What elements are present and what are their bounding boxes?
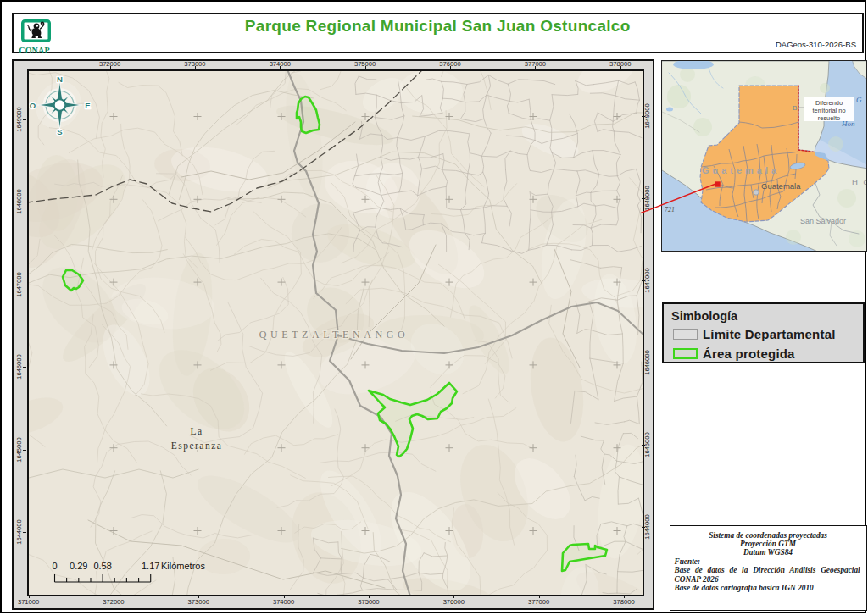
svg-text:0.29: 0.29 [70,561,87,571]
svg-text:1.17: 1.17 [141,561,159,571]
svg-text:0.58: 0.58 [93,561,111,571]
svg-text:721: 721 [665,206,675,213]
svg-text:territorial no: territorial no [812,107,845,114]
svg-text:Esperanza: Esperanza [170,440,222,452]
svg-text:San Salvador: San Salvador [800,217,846,225]
svg-text:Diferendo: Diferendo [815,99,843,107]
svg-text:N: N [57,75,63,84]
svg-text:S: S [57,127,62,136]
svg-text:La: La [190,426,203,436]
svg-text:B: B [793,104,797,112]
svg-text:QUETZALTENANGO: QUETZALTENANGO [259,329,409,341]
svg-text:E: E [85,101,90,110]
svg-text:Guatemala: Guatemala [702,165,780,175]
svg-text:Guatemala: Guatemala [761,181,801,191]
svg-text:0: 0 [52,561,57,571]
svg-text:O: O [29,101,35,110]
svg-text:resuelto: resuelto [818,114,840,122]
svg-text:G: G [856,96,862,104]
svg-text:Kilómetros: Kilómetros [161,561,205,571]
svg-text:H o: H o [852,177,867,186]
